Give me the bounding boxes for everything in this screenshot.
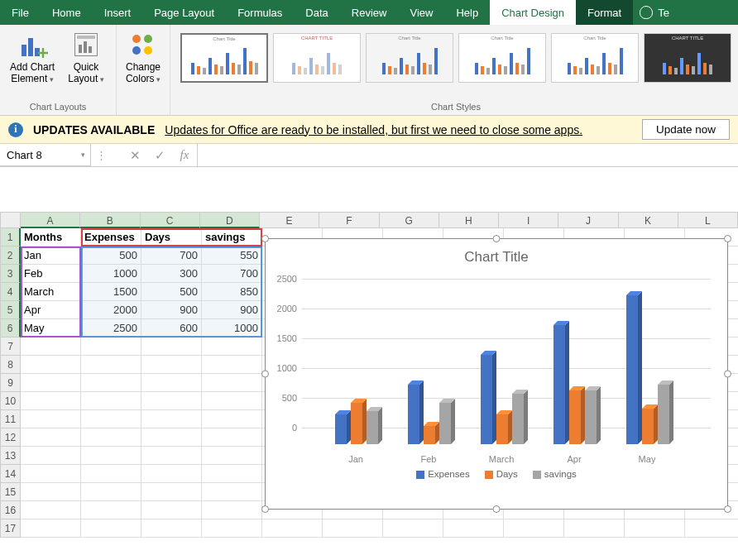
chart-bar[interactable] [367, 411, 378, 444]
cell[interactable] [141, 374, 202, 392]
resize-handle-e[interactable] [724, 371, 731, 378]
resize-handle-w[interactable] [261, 371, 269, 378]
cell[interactable]: Apr [21, 301, 81, 319]
tab-file[interactable]: File [0, 0, 41, 25]
cell[interactable] [202, 447, 262, 465]
cell[interactable]: 300 [141, 265, 202, 283]
chart-bar[interactable] [439, 403, 451, 444]
cell[interactable] [202, 483, 262, 501]
cell[interactable] [21, 519, 81, 538]
cell[interactable] [21, 428, 81, 447]
row-header[interactable]: 17 [0, 519, 21, 538]
cell[interactable] [202, 356, 262, 374]
column-header[interactable]: K [619, 212, 678, 228]
row-header[interactable]: 11 [0, 410, 21, 428]
chart-legend[interactable]: Expenses Days savings [266, 469, 727, 479]
column-header[interactable]: F [319, 212, 379, 228]
cell[interactable]: Jan [21, 246, 81, 265]
row-header[interactable]: 5 [0, 301, 21, 319]
cell[interactable] [262, 519, 323, 538]
cell[interactable] [81, 501, 141, 519]
msgbar-link[interactable]: Updates for Office are ready to be insta… [165, 123, 582, 136]
cell[interactable]: 500 [81, 246, 141, 265]
row-header[interactable]: 4 [0, 283, 21, 301]
chart-bar[interactable] [585, 390, 597, 444]
cell[interactable]: Expenses [81, 228, 141, 246]
column-header[interactable]: L [678, 212, 738, 228]
cancel-formula-button[interactable]: ✕ [122, 148, 147, 163]
cell[interactable]: Feb [21, 265, 81, 283]
name-box[interactable]: Chart 8 [0, 144, 91, 166]
chart-bar[interactable] [335, 414, 347, 444]
cell[interactable] [21, 374, 81, 392]
cell[interactable]: May [21, 319, 81, 337]
update-now-button[interactable]: Update now [642, 119, 730, 140]
cell[interactable] [202, 374, 262, 392]
embedded-chart[interactable]: Chart Title 05001000150020002500JanFebMa… [265, 238, 728, 510]
cell[interactable]: March [21, 283, 81, 301]
select-all-button[interactable] [0, 212, 21, 228]
column-header[interactable]: J [558, 212, 618, 228]
cell[interactable] [141, 465, 202, 483]
tab-help[interactable]: Help [444, 0, 490, 25]
cell[interactable] [81, 392, 141, 410]
column-header[interactable]: H [439, 212, 499, 228]
cell[interactable] [202, 465, 262, 483]
cell[interactable]: 1000 [202, 319, 262, 337]
tell-me-button[interactable]: Te [633, 0, 676, 25]
row-header[interactable]: 13 [0, 447, 21, 465]
cell[interactable]: Days [141, 228, 202, 246]
tab-home[interactable]: Home [41, 0, 93, 25]
cell[interactable] [81, 483, 141, 501]
resize-handle-s[interactable] [493, 505, 501, 513]
change-colors-button[interactable]: Change Colors [123, 28, 163, 84]
tab-format[interactable]: Format [576, 0, 633, 25]
quick-layout-button[interactable]: Quick Layout [63, 28, 109, 84]
cell[interactable] [21, 392, 81, 410]
insert-function-button[interactable]: fx [172, 148, 197, 162]
cell[interactable] [202, 392, 262, 410]
cell[interactable] [202, 428, 262, 447]
cell[interactable] [81, 519, 141, 538]
cell[interactable] [141, 483, 202, 501]
cell[interactable]: savings [202, 228, 262, 246]
cell[interactable] [141, 428, 202, 447]
cell[interactable] [564, 519, 625, 538]
resize-handle-n[interactable] [493, 235, 501, 242]
cell[interactable] [81, 337, 141, 356]
cell[interactable] [141, 356, 202, 374]
row-header[interactable]: 15 [0, 483, 21, 501]
column-header[interactable]: B [80, 212, 140, 228]
cell[interactable] [685, 519, 738, 538]
resize-handle-se[interactable] [724, 505, 731, 513]
cell[interactable]: 900 [202, 301, 262, 319]
column-header[interactable]: I [499, 212, 558, 228]
cell[interactable] [21, 465, 81, 483]
cell[interactable]: 2000 [81, 301, 141, 319]
cell[interactable]: 1000 [81, 265, 141, 283]
cell[interactable] [81, 447, 141, 465]
chart-bar[interactable] [554, 325, 565, 444]
row-header[interactable]: 12 [0, 428, 21, 447]
chart-bar[interactable] [569, 390, 581, 444]
cell[interactable] [383, 519, 443, 538]
row-header[interactable]: 3 [0, 265, 21, 283]
cell[interactable] [141, 447, 202, 465]
chart-bar[interactable] [658, 385, 669, 444]
cell[interactable] [21, 501, 81, 519]
cell[interactable] [81, 465, 141, 483]
column-header[interactable]: A [21, 212, 80, 228]
chart-bar[interactable] [626, 295, 638, 444]
cell[interactable] [504, 519, 564, 538]
cell[interactable] [323, 519, 383, 538]
column-header[interactable]: D [200, 212, 260, 228]
namebox-expand[interactable]: ⋮ [91, 149, 111, 161]
column-header[interactable]: G [380, 212, 439, 228]
row-header[interactable]: 2 [0, 246, 21, 265]
chart-bar[interactable] [512, 394, 524, 444]
row-header[interactable]: 1 [0, 228, 21, 246]
chart-bar[interactable] [481, 355, 492, 444]
cell[interactable] [141, 337, 202, 356]
cell[interactable]: 1500 [81, 283, 141, 301]
chart-style-4[interactable]: Chart Title [458, 33, 546, 83]
